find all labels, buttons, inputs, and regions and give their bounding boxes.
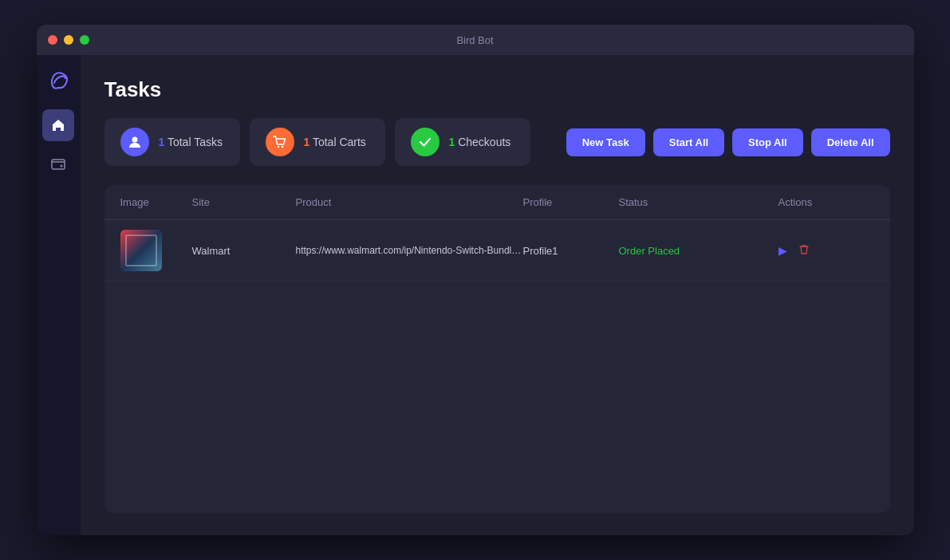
window-controls <box>48 35 89 45</box>
product-image <box>120 230 162 271</box>
table-header: Image Site Product Profile Status Action… <box>104 185 890 220</box>
delete-all-button[interactable]: Delete All <box>811 128 890 156</box>
svg-point-4 <box>281 146 282 148</box>
cell-site: Walmart <box>192 245 296 257</box>
logo-icon <box>46 69 70 93</box>
cell-actions: ▶ <box>779 244 874 258</box>
cell-product-url: https://www.walmart.com/ip/Nintendo-Swit… <box>296 245 523 256</box>
cell-profile: Profile1 <box>523 245 619 257</box>
carts-icon <box>266 128 294 156</box>
maximize-button[interactable] <box>80 35 89 45</box>
tasks-stat-text: 1 Total Tasks <box>159 136 223 148</box>
checkouts-icon <box>411 128 440 156</box>
stat-card-checkouts: 1 Checkouts <box>395 118 530 166</box>
sidebar-item-wallet[interactable] <box>42 148 74 179</box>
col-site: Site <box>192 196 296 208</box>
minimize-button[interactable] <box>64 35 73 45</box>
nintendo-switch-image <box>120 230 162 271</box>
tasks-table: Image Site Product Profile Status Action… <box>104 185 890 513</box>
svg-point-1 <box>61 165 63 168</box>
cell-image <box>120 230 192 271</box>
check-icon <box>418 135 432 149</box>
col-product: Product <box>296 196 523 208</box>
stat-card-tasks: 1 Total Tasks <box>104 118 240 166</box>
app-window: Bird Bot <box>37 25 914 535</box>
trash-icon <box>798 244 810 255</box>
stat-card-carts: 1 Total Carts <box>250 118 385 166</box>
sidebar <box>37 55 81 535</box>
titlebar: Bird Bot <box>37 25 914 55</box>
home-icon <box>50 117 66 133</box>
svg-point-3 <box>277 146 278 148</box>
stop-all-button[interactable]: Stop All <box>732 128 803 156</box>
cell-status: Order Placed <box>619 245 779 257</box>
sidebar-logo <box>42 65 74 97</box>
tasks-icon <box>120 128 149 156</box>
cart-icon <box>273 135 287 149</box>
table-row: Walmart https://www.walmart.com/ip/Ninte… <box>104 220 890 282</box>
col-profile: Profile <box>523 196 619 208</box>
sidebar-item-tasks[interactable] <box>42 109 74 141</box>
delete-button[interactable] <box>798 244 810 258</box>
col-status: Status <box>619 196 779 208</box>
user-icon <box>128 135 142 149</box>
carts-stat-text: 1 Total Carts <box>304 136 366 148</box>
close-button[interactable] <box>48 35 57 45</box>
page-title: Tasks <box>104 77 890 102</box>
col-image: Image <box>120 196 192 208</box>
checkouts-stat-text: 1 Checkouts <box>449 136 511 148</box>
actions-cell: ▶ <box>779 244 874 258</box>
main-content: Tasks 1 Total Tasks <box>81 55 914 535</box>
col-actions: Actions <box>779 196 874 208</box>
new-task-button[interactable]: New Task <box>566 128 645 156</box>
wallet-icon <box>50 156 66 172</box>
play-button[interactable]: ▶ <box>779 244 787 257</box>
svg-point-2 <box>132 137 137 143</box>
status-badge: Order Placed <box>619 245 680 257</box>
app-body: Tasks 1 Total Tasks <box>37 55 914 535</box>
action-buttons: New Task Start All Stop All Delete All <box>566 128 890 156</box>
svg-rect-0 <box>52 160 65 169</box>
start-all-button[interactable]: Start All <box>653 128 724 156</box>
stats-row: 1 Total Tasks 1 Total Carts <box>104 118 890 166</box>
window-title: Bird Bot <box>456 34 493 46</box>
